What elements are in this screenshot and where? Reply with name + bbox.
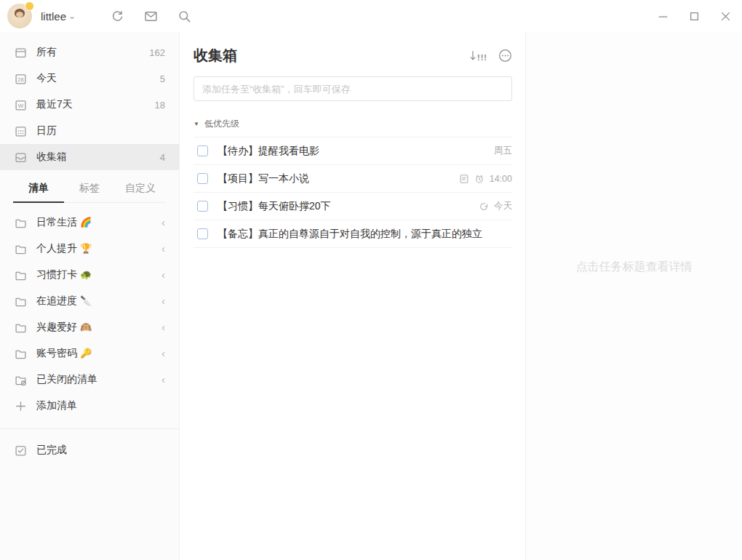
folder-item-hobbies[interactable]: 兴趣爱好🙉 ‹	[0, 314, 179, 340]
week-calendar-icon: W	[15, 99, 27, 111]
add-list-button[interactable]: 添加清单	[0, 393, 179, 419]
sidebar-item-today[interactable]: 28 今天 5	[0, 65, 179, 92]
task-title[interactable]: 【待办】提醒我看电影	[218, 145, 319, 158]
folder-item-passwords[interactable]: 账号密码🔑 ‹	[0, 340, 179, 367]
calendar-grid-icon	[15, 125, 27, 137]
today-calendar-icon: 28	[15, 73, 27, 85]
item-count: 5	[160, 73, 165, 84]
collapse-chevron-icon[interactable]: ‹	[161, 296, 165, 306]
svg-text:28: 28	[17, 76, 23, 82]
task-row: 【待办】提醒我看电影 周五	[194, 137, 512, 165]
window-controls	[658, 12, 742, 21]
group-label: 低优先级	[204, 118, 239, 130]
avatar-face	[16, 12, 23, 17]
folder-item-self-improvement[interactable]: 个人提升🏆 ‹	[0, 236, 179, 262]
svg-text:W: W	[18, 102, 24, 108]
more-options-button[interactable]	[498, 49, 512, 63]
sidebar-item-inbox[interactable]: 收集箱 4	[0, 144, 179, 170]
mail-icon[interactable]	[144, 9, 158, 23]
folder-emoji: 🐢	[80, 269, 92, 280]
folder-label: 在追进度	[36, 295, 77, 306]
list-header-actions: !!!	[470, 49, 512, 63]
collapse-chevron-icon[interactable]: ‹	[161, 244, 165, 254]
sidebar-item-all[interactable]: 所有 162	[0, 39, 179, 65]
folder-icon	[15, 321, 27, 334]
task-date: 今天	[494, 200, 512, 212]
minimize-button[interactable]	[658, 12, 668, 21]
task-title[interactable]: 【备忘】真正的自尊源自于对自我的控制，源于真正的独立	[218, 228, 482, 241]
sidebar-item-next7days[interactable]: W 最近7天 18	[0, 92, 179, 118]
closed-folder-icon	[15, 374, 27, 386]
item-count: 4	[160, 152, 165, 163]
folder-label: 习惯打卡	[36, 268, 77, 280]
priority-group-header[interactable]: ▼ 低优先级	[194, 118, 512, 130]
folder-icon	[15, 348, 27, 360]
titlebar: littlee ⌄	[0, 0, 742, 32]
task-title[interactable]: 【习惯】每天俯卧撑20下	[218, 200, 331, 213]
repeat-icon	[479, 201, 489, 212]
maximize-button[interactable]	[690, 12, 699, 21]
search-icon[interactable]	[177, 9, 191, 23]
sidebar: 所有 162 28 今天 5 W 最近7天 18	[0, 32, 180, 560]
task-list: 【待办】提醒我看电影 周五 【项目】写一本小说	[194, 137, 512, 248]
add-task-input[interactable]	[194, 76, 512, 101]
task-checkbox[interactable]	[197, 145, 208, 156]
add-list-label: 添加清单	[36, 399, 165, 412]
task-meta: 14:00	[452, 174, 512, 184]
sidebar-item-label: 所有	[36, 46, 143, 59]
task-checkbox[interactable]	[197, 201, 208, 212]
folder-emoji: 🔑	[80, 348, 92, 359]
chevron-down-icon: ⌄	[68, 12, 76, 20]
completed-label: 已完成	[36, 444, 165, 457]
folder-item-closed-lists[interactable]: 已关闭的清单 ‹	[0, 367, 179, 393]
close-button[interactable]	[721, 12, 730, 21]
tab-tags[interactable]: 标签	[64, 182, 115, 202]
titlebar-actions	[111, 9, 191, 23]
tab-custom[interactable]: 自定义	[115, 182, 166, 202]
detail-hint-text: 点击任务标题查看详情	[576, 260, 693, 275]
folder-label: 兴趣爱好	[36, 321, 77, 332]
sidebar-item-calendar[interactable]: 日历	[0, 118, 179, 144]
folder-item-daily-life[interactable]: 日常生活🌈 ‹	[0, 209, 179, 236]
folder-label: 已关闭的清单	[36, 373, 97, 385]
collapse-chevron-icon[interactable]: ‹	[161, 375, 165, 385]
sidebar-item-completed[interactable]: 已完成	[0, 437, 179, 463]
task-title[interactable]: 【项目】写一本小说	[218, 172, 309, 185]
item-count: 18	[155, 100, 165, 111]
collapse-chevron-icon[interactable]: ‹	[161, 217, 165, 228]
task-checkbox[interactable]	[197, 228, 208, 239]
folder-emoji: 🌈	[80, 217, 92, 228]
sidebar-divider	[0, 428, 179, 429]
sidebar-item-label: 最近7天	[36, 98, 149, 111]
sidebar-item-label: 日历	[36, 124, 159, 137]
task-meta: 今天	[471, 200, 512, 212]
folder-label: 账号密码	[36, 347, 77, 359]
collapse-chevron-icon[interactable]: ‹	[161, 270, 165, 280]
plus-icon	[15, 400, 27, 412]
task-date: 周五	[494, 145, 512, 157]
user-avatar[interactable]	[7, 4, 32, 28]
account-menu[interactable]: littlee ⌄	[41, 10, 76, 23]
task-row: 【习惯】每天俯卧撑20下 今天	[194, 193, 512, 220]
all-tasks-icon	[15, 47, 27, 59]
username: littlee	[41, 10, 66, 23]
task-row: 【备忘】真正的自尊源自于对自我的控制，源于真正的独立	[194, 220, 512, 248]
sync-icon[interactable]	[111, 9, 124, 23]
collapse-chevron-icon[interactable]: ‹	[161, 348, 165, 359]
folder-icon	[15, 243, 27, 255]
triangle-down-icon: ▼	[194, 121, 199, 127]
priority-marks: !!!	[477, 53, 487, 62]
pro-badge-icon	[25, 1, 34, 11]
task-time: 14:00	[490, 174, 512, 184]
app-window: littlee ⌄	[0, 0, 742, 560]
alarm-clock-icon	[474, 174, 484, 184]
sort-arrow-down-icon	[470, 50, 476, 62]
task-checkbox[interactable]	[197, 173, 208, 184]
tab-lists[interactable]: 清单	[13, 182, 64, 203]
folder-item-watching-progress[interactable]: 在追进度🔪 ‹	[0, 288, 179, 314]
task-row: 【项目】写一本小说 14:00	[194, 165, 512, 193]
task-meta: 周五	[487, 145, 512, 157]
folder-item-habit-checkin[interactable]: 习惯打卡🐢 ‹	[0, 262, 179, 288]
collapse-chevron-icon[interactable]: ‹	[161, 322, 165, 332]
sort-by-priority-button[interactable]: !!!	[470, 50, 487, 62]
